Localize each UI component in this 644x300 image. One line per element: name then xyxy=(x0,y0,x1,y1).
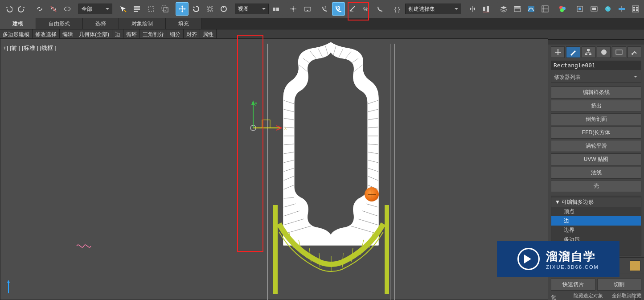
tab-object-paint[interactable]: 对象绘制 xyxy=(119,18,166,29)
ribbon-tabs: 建模 自由形式 选择 对象绘制 填充 xyxy=(0,18,644,29)
modify-tab-icon[interactable] xyxy=(566,46,580,58)
unlink-icon[interactable] xyxy=(47,2,60,16)
svg-point-30 xyxy=(605,6,611,12)
btn-ffd-box[interactable]: FFD(长方体 xyxy=(551,127,641,139)
move-icon[interactable] xyxy=(176,2,189,16)
render-prod-icon[interactable] xyxy=(615,2,628,16)
snap-3d-icon[interactable]: 3 xyxy=(332,2,345,16)
panel-geo-all[interactable]: 几何体(全部) xyxy=(76,29,112,39)
svg-text:{ }: { } xyxy=(394,6,400,12)
spinner-snap-icon[interactable] xyxy=(374,2,387,16)
btn-normal[interactable]: 法线 xyxy=(551,167,641,179)
watermark-title: 溜溜自学 xyxy=(546,249,596,264)
object-name-field[interactable]: Rectangle001 xyxy=(551,61,641,70)
mirror-icon[interactable] xyxy=(466,2,479,16)
redo-icon[interactable] xyxy=(16,2,29,16)
panel-tri[interactable]: 三角剖分 xyxy=(140,29,167,39)
render-icon[interactable] xyxy=(601,2,614,16)
svg-rect-99 xyxy=(589,53,591,55)
transform-gizmo[interactable]: x y xyxy=(250,100,290,136)
link-icon[interactable] xyxy=(33,2,46,16)
utilities-tab-icon[interactable] xyxy=(628,46,641,58)
use-center-icon[interactable] xyxy=(270,2,283,16)
svg-point-100 xyxy=(601,49,607,55)
align-icon[interactable] xyxy=(480,2,492,16)
curve-editor-icon[interactable] xyxy=(525,2,538,16)
btn-edit-spline[interactable]: 编辑样条线 xyxy=(551,86,641,99)
btn-cut[interactable]: 切割 xyxy=(597,279,642,291)
snap-2d-icon[interactable]: 2 xyxy=(318,2,331,16)
svg-rect-4 xyxy=(162,6,166,10)
percent-snap-icon[interactable]: % xyxy=(360,2,373,16)
render-online-icon[interactable] xyxy=(629,2,642,16)
svg-rect-7 xyxy=(209,8,211,10)
select-by-name-icon[interactable] xyxy=(131,2,144,16)
svg-rect-98 xyxy=(585,53,587,55)
create-tab-icon[interactable] xyxy=(551,46,565,58)
panel-poly-model[interactable]: 多边形建模 xyxy=(0,29,33,39)
undo-icon[interactable] xyxy=(2,2,15,16)
footer-unhide-all[interactable]: 全部取消隐藏 xyxy=(612,292,641,299)
ref-coord-dropdown[interactable]: 视图 xyxy=(235,4,269,14)
btn-shell[interactable]: 壳 xyxy=(551,180,641,192)
hierarchy-tab-icon[interactable] xyxy=(582,46,595,58)
layer-explorer-icon[interactable] xyxy=(497,2,510,16)
svg-text:3: 3 xyxy=(337,5,340,12)
subobj-edge[interactable]: 边 xyxy=(551,216,641,226)
panel-align[interactable]: 对齐 xyxy=(184,29,200,39)
bind-icon[interactable] xyxy=(61,2,74,16)
panel-mod-sel[interactable]: 修改选择 xyxy=(33,29,60,39)
angle-snap-icon[interactable] xyxy=(346,2,359,16)
tab-freeform[interactable]: 自由形式 xyxy=(36,18,83,29)
placement-icon[interactable] xyxy=(217,2,230,16)
subobj-vertex[interactable]: 顶点 xyxy=(551,207,641,216)
display-tab-icon[interactable] xyxy=(612,46,626,58)
svg-rect-3 xyxy=(148,6,154,12)
render-setup-icon[interactable] xyxy=(574,2,587,16)
scale-icon[interactable] xyxy=(204,2,217,16)
panel-subdiv[interactable]: 细分 xyxy=(167,29,184,39)
rotate-icon[interactable] xyxy=(189,2,202,16)
svg-rect-31 xyxy=(619,8,625,10)
svg-rect-10 xyxy=(276,8,279,11)
window-crossing-icon[interactable] xyxy=(158,2,171,16)
world-axis-icon xyxy=(6,278,19,296)
panel-edges[interactable]: 边 xyxy=(112,29,123,39)
toggle-ribbon-icon[interactable] xyxy=(511,2,524,16)
main-toolbar: 全部 视图 2 3 % { } 创建选择集 xyxy=(0,0,644,18)
select-object-icon[interactable] xyxy=(117,2,130,16)
named-sel-dropdown[interactable]: 创建选择集 xyxy=(405,4,461,14)
svg-rect-19 xyxy=(514,6,521,8)
panel-props[interactable]: 属性 xyxy=(200,29,217,39)
viewport-label[interactable]: +] [前 ] [标准 ] [线框 ] xyxy=(3,44,57,52)
motion-tab-icon[interactable] xyxy=(597,46,611,58)
keyboard-shortcut-icon[interactable] xyxy=(301,2,314,16)
selection-filter-dropdown[interactable]: 全部 xyxy=(78,4,112,14)
svg-point-102 xyxy=(632,53,633,55)
svg-text:y: y xyxy=(255,101,257,106)
tab-selection[interactable]: 选择 xyxy=(83,18,119,29)
btn-uvw-map[interactable]: UVW 贴图 xyxy=(551,153,641,165)
manipulate-icon[interactable] xyxy=(287,2,300,16)
material-editor-icon[interactable] xyxy=(556,2,569,16)
svg-rect-33 xyxy=(633,7,635,8)
configure-sets-icon[interactable] xyxy=(630,260,640,271)
panel-loops[interactable]: 循环 xyxy=(123,29,140,39)
tab-populate[interactable]: 填充 xyxy=(166,18,202,29)
btn-bevel-profile[interactable]: 倒角剖面 xyxy=(551,113,641,125)
btn-turbosmooth[interactable]: 涡轮平滑 xyxy=(551,140,641,152)
panel-edit[interactable]: 编辑 xyxy=(60,29,76,39)
btn-quickslice[interactable]: 快速切片 xyxy=(551,279,595,291)
subobj-border[interactable]: 边界 xyxy=(551,226,641,235)
render-frame-icon[interactable] xyxy=(587,2,600,16)
stack-header-editable-poly[interactable]: ▼ 可编辑多边形 xyxy=(551,197,641,207)
rect-region-icon[interactable] xyxy=(144,2,157,16)
svg-rect-20 xyxy=(514,8,521,12)
edit-named-sel-icon[interactable]: { } xyxy=(391,2,404,16)
schematic-view-icon[interactable] xyxy=(539,2,552,16)
tab-modeling[interactable]: 建模 xyxy=(0,18,36,29)
modifier-list-dropdown[interactable]: 修改器列表 xyxy=(551,72,641,83)
option-label-1: 化 xyxy=(551,294,556,300)
footer-hide-selected[interactable]: 隐藏选定对象 xyxy=(574,292,603,299)
btn-extrude[interactable]: 挤出 xyxy=(551,100,641,112)
